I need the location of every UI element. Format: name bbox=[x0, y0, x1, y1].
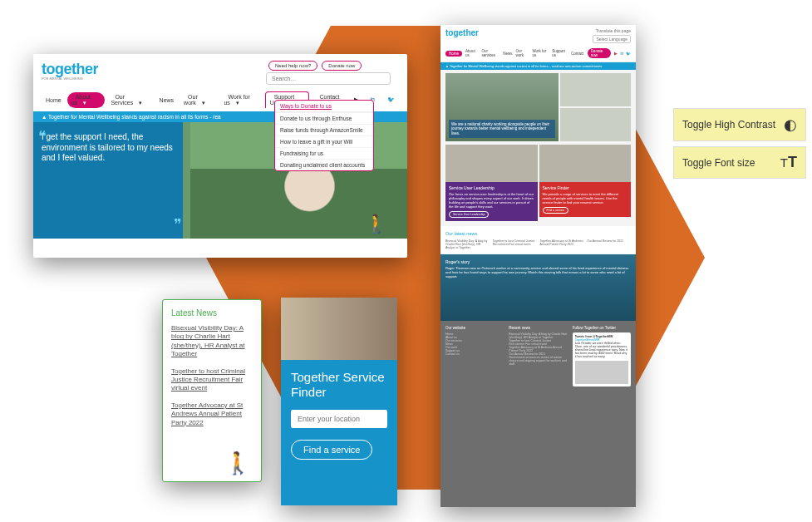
quote-open-icon: ❝ bbox=[38, 127, 47, 146]
mini-donate-button[interactable]: Donate now bbox=[588, 48, 612, 58]
location-input[interactable] bbox=[291, 410, 387, 428]
need-help-button[interactable]: Need help now? bbox=[268, 61, 317, 71]
mini-hero-thumb[interactable] bbox=[560, 73, 631, 106]
mini-nav-item[interactable]: Support us bbox=[552, 49, 568, 57]
toggle-font-size[interactable]: Toggle Font size TT bbox=[673, 146, 806, 179]
service-finder-card[interactable]: Service Finder We provide a range of ser… bbox=[539, 145, 632, 221]
mini-nav-item[interactable]: About us bbox=[465, 49, 478, 57]
news-link[interactable]: Together Advocacy at St Andrews Annual P… bbox=[540, 239, 584, 249]
nav-news[interactable]: News bbox=[155, 96, 179, 105]
quote-close-icon: ❞ bbox=[174, 215, 182, 234]
mini-nav-item[interactable]: News bbox=[503, 52, 512, 56]
card-body: Our focus on service-user leadership is … bbox=[449, 192, 534, 209]
mini-logo[interactable]: together bbox=[445, 28, 479, 45]
hero-quote: ❝ I get the support I need, the environm… bbox=[33, 122, 190, 239]
twitter-icon[interactable]: 🐦 bbox=[626, 52, 631, 56]
footer-link[interactable]: Together to host Criminal Justice Recrui… bbox=[509, 339, 567, 346]
contrast-icon: ◐ bbox=[784, 116, 797, 134]
card-image bbox=[539, 145, 632, 182]
rogers-story: Roger's story Roger Thomson was an Outre… bbox=[440, 254, 636, 321]
font-size-icon: TT bbox=[780, 154, 797, 171]
walking-figure-icon: 🚶 bbox=[365, 214, 387, 235]
latest-news-title: Latest News bbox=[171, 308, 253, 318]
tweet-image bbox=[575, 361, 628, 384]
mini-footer: Our website Home About us Our services N… bbox=[440, 321, 636, 507]
news-link[interactable]: Together to host Criminal Justice Recrui… bbox=[493, 239, 537, 249]
toggle-high-contrast[interactable]: Toggle High Contrast ◐ bbox=[673, 108, 806, 141]
together-logo[interactable]: together FOR MENTAL WELLBEING bbox=[42, 61, 98, 81]
twitter-icon[interactable]: 🐦 bbox=[383, 95, 399, 105]
story-title: Roger's story bbox=[445, 259, 631, 264]
dropdown-header[interactable]: Ways to Donate to us bbox=[275, 101, 373, 112]
footer-link[interactable]: Contact us bbox=[445, 352, 504, 356]
donate-button[interactable]: Donate now bbox=[322, 61, 362, 71]
mini-banner[interactable]: ▲ Together for Mental Wellbeing stands a… bbox=[440, 62, 636, 70]
card-title: Service User Leadership bbox=[449, 185, 534, 190]
footer-link[interactable]: Bisexual Visibility Day: A blog by Charl… bbox=[509, 332, 567, 339]
language-select[interactable]: Select Language bbox=[593, 35, 631, 43]
news-link[interactable]: Together to host Criminal Justice Recrui… bbox=[171, 367, 253, 393]
card-title: Service Finder bbox=[543, 185, 628, 190]
youtube-icon[interactable]: ▶ bbox=[614, 52, 618, 56]
dropdown-item[interactable]: Donate to us through Enthuse bbox=[275, 112, 373, 124]
walking-figure-icon: 🚶 bbox=[224, 451, 251, 476]
footer-col-title: Recent news bbox=[509, 326, 567, 330]
story-body: Roger Thomson was an Outreach worker at … bbox=[445, 266, 631, 278]
twitter-embed[interactable]: Tweets from @TogetherMW TogetherMentalWB… bbox=[573, 332, 631, 387]
mini-nav: Home About us Our services News Our work… bbox=[440, 47, 636, 62]
dropdown-item[interactable]: How to leave a gift in your Will bbox=[275, 135, 373, 147]
leadership-card[interactable]: Service User Leadership Our focus on ser… bbox=[445, 145, 538, 221]
news-link[interactable]: Our Annual Review for 2021 bbox=[587, 239, 631, 249]
news-link[interactable]: Together Advocacy at St Andrews Annual P… bbox=[171, 401, 253, 427]
mini-hero-thumb[interactable] bbox=[560, 108, 631, 141]
mini-top-right: Translate this page Select Language bbox=[593, 28, 631, 45]
finder-photo bbox=[281, 298, 397, 360]
nav-about[interactable]: About us ▾ bbox=[67, 92, 106, 108]
footer-link[interactable]: Together Advocacy at St Andrews Annual P… bbox=[509, 346, 567, 352]
card-body: We provide a range of services to meet t… bbox=[543, 192, 628, 204]
footer-col-title: Follow Together on Twitter bbox=[573, 326, 631, 330]
mini-nav-item[interactable]: Our services bbox=[481, 49, 500, 57]
toggle-label: Toggle Font size bbox=[682, 157, 755, 169]
nav-services[interactable]: Our Services ▾ bbox=[106, 92, 153, 108]
toggle-label: Toggle High Contrast bbox=[682, 119, 775, 130]
latest-news-card: Latest News Bisexual Visibility Day: A b… bbox=[162, 299, 262, 482]
news-link[interactable]: Bisexual Visibility Day: A blog by Charl… bbox=[171, 324, 253, 359]
translate-link[interactable]: Translate this page bbox=[593, 28, 631, 33]
linkedin-icon[interactable]: in bbox=[620, 52, 623, 56]
mini-latest-news: Our latest news Bisexual Visibility Day:… bbox=[440, 226, 636, 254]
mini-nav-item[interactable]: Contact bbox=[571, 52, 584, 56]
tweet-body: Last October we were thrilled when Clare… bbox=[575, 342, 628, 358]
card-image bbox=[445, 145, 538, 182]
news-heading: Our latest news bbox=[445, 231, 631, 236]
logo-text: together bbox=[42, 61, 98, 77]
mini-site-screenshot: together Translate this page Select Lang… bbox=[440, 25, 636, 507]
nav-home[interactable]: Home bbox=[42, 96, 66, 105]
card-button[interactable]: Service User Leadership bbox=[449, 211, 489, 218]
accessibility-toggles: Toggle High Contrast ◐ Toggle Font size … bbox=[673, 108, 806, 184]
footer-col-title: Our website bbox=[445, 326, 504, 330]
main-site-screenshot: together FOR MENTAL WELLBEING Need help … bbox=[33, 54, 407, 258]
support-us-dropdown: Ways to Donate to us Donate to us throug… bbox=[274, 100, 374, 171]
find-service-button[interactable]: Find a service bbox=[291, 440, 372, 460]
mini-hero-caption: We are a national charity working alongs… bbox=[449, 120, 555, 138]
dropdown-item[interactable]: Raise funds through AmazonSmile bbox=[275, 124, 373, 135]
search-input[interactable] bbox=[266, 72, 391, 85]
mini-nav-item[interactable]: Home bbox=[445, 51, 462, 57]
news-link[interactable]: Bisexual Visibility Day: A blog by Charl… bbox=[445, 239, 490, 249]
dropdown-item[interactable]: Fundraising for us bbox=[275, 147, 373, 159]
nav-work-for-us[interactable]: Work for us ▾ bbox=[219, 92, 263, 108]
mini-nav-item[interactable]: Our work bbox=[516, 49, 529, 57]
mini-hero-main: We are a national charity working alongs… bbox=[445, 73, 559, 141]
nav-our-work[interactable]: Our work ▾ bbox=[180, 92, 218, 108]
dropdown-item[interactable]: Donating unclaimed client accounts bbox=[275, 159, 373, 170]
service-finder-card: Together Service Finder Find a service bbox=[281, 298, 397, 505]
quote-text: I get the support I need, the environmen… bbox=[42, 132, 173, 162]
mini-nav-item[interactable]: Work for us bbox=[532, 49, 549, 57]
card-button[interactable]: Find a service bbox=[543, 207, 569, 214]
finder-title: Together Service Finder bbox=[291, 370, 387, 400]
footer-link[interactable]: Government announces review of autism cl… bbox=[509, 356, 567, 366]
